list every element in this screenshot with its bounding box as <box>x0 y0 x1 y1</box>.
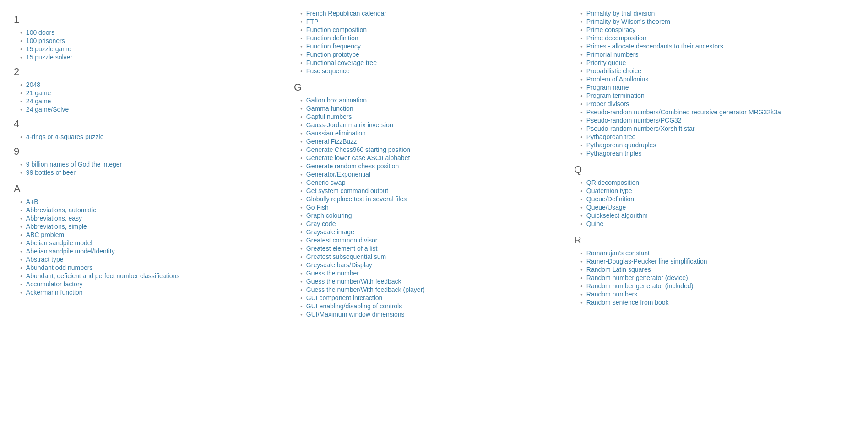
list-item-link[interactable]: Prime conspiracy <box>586 26 635 33</box>
list-item-link[interactable]: Primes - allocate descendants to their a… <box>586 43 723 50</box>
list-item-link[interactable]: Function prototype <box>306 51 359 58</box>
list-item-link[interactable]: Ackermann function <box>26 289 83 296</box>
list-item-link[interactable]: Abbreviations, automatic <box>26 206 96 214</box>
list-item-link[interactable]: Generic swap <box>306 179 346 186</box>
list-item-link[interactable]: 4-rings or 4-squares puzzle <box>26 133 104 140</box>
list-item: Generate lower case ASCII alphabet <box>294 154 565 162</box>
list-item-link[interactable]: Random Latin squares <box>586 266 651 273</box>
list-item-link[interactable]: Random sentence from book <box>586 299 669 306</box>
list-item-link[interactable]: Gamma function <box>306 105 353 112</box>
list-item: Gray code <box>294 220 565 228</box>
list-item: Function composition <box>294 26 565 34</box>
list-item-link[interactable]: Accumulator factory <box>26 280 83 288</box>
list-item-link[interactable]: 15 puzzle solver <box>26 54 72 61</box>
list-item-link[interactable]: Globally replace text in several files <box>306 195 407 203</box>
list-item-link[interactable]: 21 game <box>26 89 51 97</box>
list-item-link[interactable]: Abbreviations, simple <box>26 223 87 230</box>
list-item-link[interactable]: Ramer-Douglas-Peucker line simplificatio… <box>586 258 707 265</box>
list-item-link[interactable]: Proper divisors <box>586 100 629 108</box>
list-item-link[interactable]: Abundant, deficient and perfect number c… <box>26 272 179 280</box>
list-item-link[interactable]: Random number generator (device) <box>586 274 688 281</box>
list-item-link[interactable]: 24 game <box>26 97 51 105</box>
list-item-link[interactable]: Gauss-Jordan matrix inversion <box>306 121 393 129</box>
list-item: Pseudo-random numbers/Combined recursive… <box>574 108 845 116</box>
list-item-link[interactable]: Function definition <box>306 34 358 42</box>
list-item-link[interactable]: Galton box animation <box>306 97 367 104</box>
list-item-link[interactable]: Abelian sandpile model <box>26 239 92 247</box>
list-item-link[interactable]: Guess the number <box>306 269 359 277</box>
list-item-link[interactable]: General FizzBuzz <box>306 138 357 145</box>
list-item-link[interactable]: French Republican calendar <box>306 10 386 17</box>
list-item-link[interactable]: Program termination <box>586 92 645 99</box>
list-item-link[interactable]: 100 doors <box>26 29 54 36</box>
list-item-link[interactable]: Quine <box>586 220 603 227</box>
list-item-link[interactable]: Abelian sandpile model/Identity <box>26 248 115 255</box>
list-item-link[interactable]: GUI/Maximum window dimensions <box>306 311 405 318</box>
list-item-link[interactable]: GUI component interaction <box>306 294 383 301</box>
list-item-link[interactable]: Greyscale bars/Display <box>306 261 372 269</box>
list-item: Gaussian elimination <box>294 129 565 137</box>
list-item-link[interactable]: Fusc sequence <box>306 67 350 75</box>
list-item-link[interactable]: Greatest common divisor <box>306 237 378 244</box>
list-item-link[interactable]: Primality by Wilson's theorem <box>586 18 670 25</box>
list-item-link[interactable]: Priority queue <box>586 59 626 66</box>
list-item-link[interactable]: Primality by trial division <box>586 10 655 17</box>
list-item-link[interactable]: Graph colouring <box>306 212 352 219</box>
section-heading-R: R <box>574 234 845 246</box>
list-item-link[interactable]: Random number generator (included) <box>586 282 693 290</box>
list-item: 24 game <box>14 97 285 105</box>
list-item-link[interactable]: Queue/Definition <box>586 195 634 203</box>
list-item-link[interactable]: Go Fish <box>306 204 329 211</box>
list-item-link[interactable]: Quickselect algorithm <box>586 212 648 219</box>
list-item-link[interactable]: A+B <box>26 198 38 205</box>
list-item-link[interactable]: Greatest subsequential sum <box>306 253 386 260</box>
list-item-link[interactable]: Gaussian elimination <box>306 129 366 137</box>
list-item: 21 game <box>14 89 285 97</box>
list-item-link[interactable]: Random numbers <box>586 291 637 298</box>
list-item-link[interactable]: Functional coverage tree <box>306 59 377 66</box>
list-item-link[interactable]: Get system command output <box>306 187 388 194</box>
list-item-link[interactable]: Abundant odd numbers <box>26 264 93 271</box>
list-item-link[interactable]: Program name <box>586 84 629 91</box>
list-item-link[interactable]: Pseudo-random numbers/Combined recursive… <box>586 108 781 116</box>
list-item-link[interactable]: QR decomposition <box>586 179 639 186</box>
list-item-link[interactable]: 24 game/Solve <box>26 106 69 113</box>
list-item-link[interactable]: Abstract type <box>26 256 64 263</box>
list-item-link[interactable]: Function composition <box>306 26 367 33</box>
list-item-link[interactable]: Gray code <box>306 220 336 227</box>
list-item-link[interactable]: Probabilistic choice <box>586 67 641 75</box>
list-item-link[interactable]: Function frequency <box>306 43 361 50</box>
list-item-link[interactable]: Generate lower case ASCII alphabet <box>306 154 410 161</box>
list-item-link[interactable]: Grayscale image <box>306 228 354 236</box>
list-item-link[interactable]: 9 billion names of God the integer <box>26 161 122 168</box>
list-item-link[interactable]: ABC problem <box>26 231 64 238</box>
list-item-link[interactable]: Pythagorean triples <box>586 150 642 157</box>
list-item-link[interactable]: 15 puzzle game <box>26 45 71 53</box>
list-item-link[interactable]: Generate Chess960 starting position <box>306 146 410 153</box>
list-item-link[interactable]: Abbreviations, easy <box>26 215 82 222</box>
list-item-link[interactable]: 100 prisoners <box>26 37 65 44</box>
list-item-link[interactable]: Primorial numbers <box>586 51 639 58</box>
list-item-link[interactable]: Prime decomposition <box>586 34 646 42</box>
list-item-link[interactable]: Guess the number/With feedback (player) <box>306 286 425 293</box>
list-item-link[interactable]: 99 bottles of beer <box>26 169 76 176</box>
list-item-link[interactable]: Guess the number/With feedback <box>306 278 401 285</box>
list-item-link[interactable]: Generate random chess position <box>306 162 399 170</box>
list-item-link[interactable]: Pseudo-random numbers/PCG32 <box>586 117 682 124</box>
list-item-link[interactable]: Pythagorean quadruples <box>586 141 656 149</box>
list-item-link[interactable]: Queue/Usage <box>586 204 626 211</box>
list-item: Function frequency <box>294 42 565 50</box>
list-item: Abelian sandpile model <box>14 239 285 247</box>
list-item-link[interactable]: 2048 <box>26 81 40 88</box>
list-item-link[interactable]: GUI enabling/disabling of controls <box>306 302 402 310</box>
list-item-link[interactable]: FTP <box>306 18 318 25</box>
list-item-link[interactable]: Generator/Exponential <box>306 171 370 178</box>
list-item-link[interactable]: Pythagorean tree <box>586 133 635 140</box>
list-item-link[interactable]: Ramanujan's constant <box>586 249 650 257</box>
section-heading-2: 2 <box>14 66 285 78</box>
list-item-link[interactable]: Problem of Apollonius <box>586 75 648 83</box>
list-item-link[interactable]: Pseudo-random numbers/Xorshift star <box>586 125 695 132</box>
list-item-link[interactable]: Greatest element of a list <box>306 245 378 252</box>
list-item-link[interactable]: Quaternion type <box>586 187 632 194</box>
list-item-link[interactable]: Gapful numbers <box>306 113 352 120</box>
